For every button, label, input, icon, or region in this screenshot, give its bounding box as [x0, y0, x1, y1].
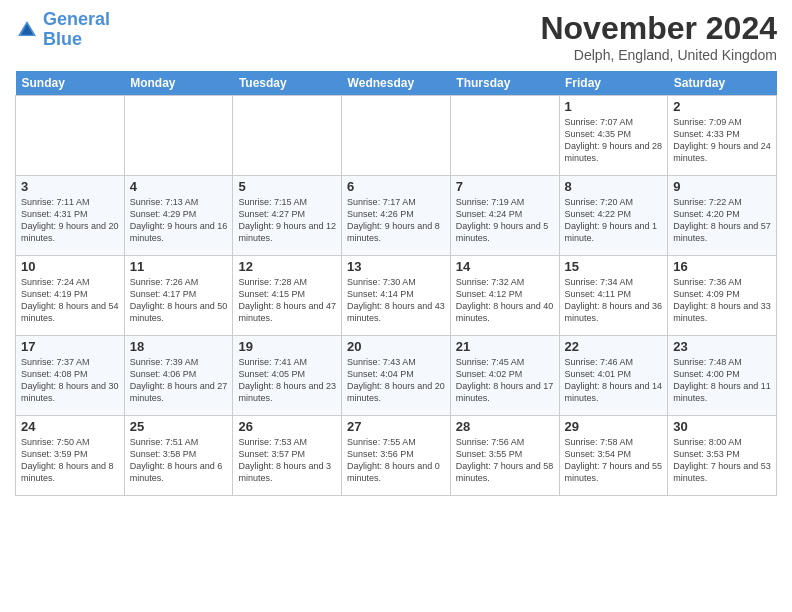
calendar-cell: 16Sunrise: 7:36 AM Sunset: 4:09 PM Dayli… — [668, 256, 777, 336]
weekday-header-wednesday: Wednesday — [342, 71, 451, 96]
calendar-table: SundayMondayTuesdayWednesdayThursdayFrid… — [15, 71, 777, 496]
day-number: 15 — [565, 259, 663, 274]
calendar-week-5: 24Sunrise: 7:50 AM Sunset: 3:59 PM Dayli… — [16, 416, 777, 496]
weekday-header-tuesday: Tuesday — [233, 71, 342, 96]
day-info: Sunrise: 7:17 AM Sunset: 4:26 PM Dayligh… — [347, 196, 445, 245]
day-info: Sunrise: 7:24 AM Sunset: 4:19 PM Dayligh… — [21, 276, 119, 325]
month-title: November 2024 — [540, 10, 777, 47]
day-info: Sunrise: 7:55 AM Sunset: 3:56 PM Dayligh… — [347, 436, 445, 485]
calendar-cell: 4Sunrise: 7:13 AM Sunset: 4:29 PM Daylig… — [124, 176, 233, 256]
day-number: 19 — [238, 339, 336, 354]
calendar-header: SundayMondayTuesdayWednesdayThursdayFrid… — [16, 71, 777, 96]
calendar-cell: 15Sunrise: 7:34 AM Sunset: 4:11 PM Dayli… — [559, 256, 668, 336]
day-info: Sunrise: 8:00 AM Sunset: 3:53 PM Dayligh… — [673, 436, 771, 485]
day-number: 12 — [238, 259, 336, 274]
calendar-week-4: 17Sunrise: 7:37 AM Sunset: 4:08 PM Dayli… — [16, 336, 777, 416]
logo: General Blue — [15, 10, 110, 50]
day-info: Sunrise: 7:22 AM Sunset: 4:20 PM Dayligh… — [673, 196, 771, 245]
day-info: Sunrise: 7:30 AM Sunset: 4:14 PM Dayligh… — [347, 276, 445, 325]
day-info: Sunrise: 7:07 AM Sunset: 4:35 PM Dayligh… — [565, 116, 663, 165]
location: Delph, England, United Kingdom — [540, 47, 777, 63]
day-info: Sunrise: 7:58 AM Sunset: 3:54 PM Dayligh… — [565, 436, 663, 485]
day-info: Sunrise: 7:43 AM Sunset: 4:04 PM Dayligh… — [347, 356, 445, 405]
calendar-cell — [233, 96, 342, 176]
day-number: 30 — [673, 419, 771, 434]
calendar-cell: 24Sunrise: 7:50 AM Sunset: 3:59 PM Dayli… — [16, 416, 125, 496]
day-number: 20 — [347, 339, 445, 354]
day-info: Sunrise: 7:53 AM Sunset: 3:57 PM Dayligh… — [238, 436, 336, 485]
logo-icon — [15, 18, 39, 42]
calendar-cell: 30Sunrise: 8:00 AM Sunset: 3:53 PM Dayli… — [668, 416, 777, 496]
day-number: 6 — [347, 179, 445, 194]
calendar-cell: 13Sunrise: 7:30 AM Sunset: 4:14 PM Dayli… — [342, 256, 451, 336]
calendar-cell: 19Sunrise: 7:41 AM Sunset: 4:05 PM Dayli… — [233, 336, 342, 416]
day-info: Sunrise: 7:11 AM Sunset: 4:31 PM Dayligh… — [21, 196, 119, 245]
day-number: 16 — [673, 259, 771, 274]
day-number: 27 — [347, 419, 445, 434]
calendar-cell: 29Sunrise: 7:58 AM Sunset: 3:54 PM Dayli… — [559, 416, 668, 496]
calendar-cell — [16, 96, 125, 176]
day-info: Sunrise: 7:37 AM Sunset: 4:08 PM Dayligh… — [21, 356, 119, 405]
day-number: 11 — [130, 259, 228, 274]
header: General Blue November 2024 Delph, Englan… — [15, 10, 777, 63]
calendar-body: 1Sunrise: 7:07 AM Sunset: 4:35 PM Daylig… — [16, 96, 777, 496]
day-number: 13 — [347, 259, 445, 274]
calendar-cell: 9Sunrise: 7:22 AM Sunset: 4:20 PM Daylig… — [668, 176, 777, 256]
day-number: 26 — [238, 419, 336, 434]
main-container: General Blue November 2024 Delph, Englan… — [0, 0, 792, 506]
day-number: 18 — [130, 339, 228, 354]
day-info: Sunrise: 7:34 AM Sunset: 4:11 PM Dayligh… — [565, 276, 663, 325]
calendar-cell: 20Sunrise: 7:43 AM Sunset: 4:04 PM Dayli… — [342, 336, 451, 416]
day-info: Sunrise: 7:56 AM Sunset: 3:55 PM Dayligh… — [456, 436, 554, 485]
day-number: 2 — [673, 99, 771, 114]
weekday-header-sunday: Sunday — [16, 71, 125, 96]
day-number: 3 — [21, 179, 119, 194]
logo-general: General — [43, 9, 110, 29]
calendar-cell: 26Sunrise: 7:53 AM Sunset: 3:57 PM Dayli… — [233, 416, 342, 496]
calendar-cell: 25Sunrise: 7:51 AM Sunset: 3:58 PM Dayli… — [124, 416, 233, 496]
day-number: 9 — [673, 179, 771, 194]
calendar-cell: 22Sunrise: 7:46 AM Sunset: 4:01 PM Dayli… — [559, 336, 668, 416]
day-number: 24 — [21, 419, 119, 434]
day-info: Sunrise: 7:45 AM Sunset: 4:02 PM Dayligh… — [456, 356, 554, 405]
weekday-header-friday: Friday — [559, 71, 668, 96]
day-number: 4 — [130, 179, 228, 194]
day-number: 22 — [565, 339, 663, 354]
title-block: November 2024 Delph, England, United Kin… — [540, 10, 777, 63]
weekday-header-row: SundayMondayTuesdayWednesdayThursdayFrid… — [16, 71, 777, 96]
day-number: 7 — [456, 179, 554, 194]
calendar-cell: 3Sunrise: 7:11 AM Sunset: 4:31 PM Daylig… — [16, 176, 125, 256]
calendar-cell: 10Sunrise: 7:24 AM Sunset: 4:19 PM Dayli… — [16, 256, 125, 336]
day-number: 8 — [565, 179, 663, 194]
calendar-cell: 27Sunrise: 7:55 AM Sunset: 3:56 PM Dayli… — [342, 416, 451, 496]
weekday-header-thursday: Thursday — [450, 71, 559, 96]
calendar-cell: 1Sunrise: 7:07 AM Sunset: 4:35 PM Daylig… — [559, 96, 668, 176]
calendar-cell: 18Sunrise: 7:39 AM Sunset: 4:06 PM Dayli… — [124, 336, 233, 416]
calendar-cell: 6Sunrise: 7:17 AM Sunset: 4:26 PM Daylig… — [342, 176, 451, 256]
day-number: 5 — [238, 179, 336, 194]
logo-blue: Blue — [43, 30, 110, 50]
day-number: 29 — [565, 419, 663, 434]
day-number: 23 — [673, 339, 771, 354]
day-info: Sunrise: 7:46 AM Sunset: 4:01 PM Dayligh… — [565, 356, 663, 405]
calendar-cell: 28Sunrise: 7:56 AM Sunset: 3:55 PM Dayli… — [450, 416, 559, 496]
calendar-cell: 17Sunrise: 7:37 AM Sunset: 4:08 PM Dayli… — [16, 336, 125, 416]
calendar-cell: 5Sunrise: 7:15 AM Sunset: 4:27 PM Daylig… — [233, 176, 342, 256]
day-number: 14 — [456, 259, 554, 274]
day-number: 1 — [565, 99, 663, 114]
calendar-cell: 2Sunrise: 7:09 AM Sunset: 4:33 PM Daylig… — [668, 96, 777, 176]
calendar-cell: 21Sunrise: 7:45 AM Sunset: 4:02 PM Dayli… — [450, 336, 559, 416]
day-info: Sunrise: 7:13 AM Sunset: 4:29 PM Dayligh… — [130, 196, 228, 245]
calendar-cell: 14Sunrise: 7:32 AM Sunset: 4:12 PM Dayli… — [450, 256, 559, 336]
calendar-cell: 12Sunrise: 7:28 AM Sunset: 4:15 PM Dayli… — [233, 256, 342, 336]
calendar-cell — [124, 96, 233, 176]
calendar-week-3: 10Sunrise: 7:24 AM Sunset: 4:19 PM Dayli… — [16, 256, 777, 336]
day-info: Sunrise: 7:51 AM Sunset: 3:58 PM Dayligh… — [130, 436, 228, 485]
day-info: Sunrise: 7:41 AM Sunset: 4:05 PM Dayligh… — [238, 356, 336, 405]
day-info: Sunrise: 7:32 AM Sunset: 4:12 PM Dayligh… — [456, 276, 554, 325]
day-info: Sunrise: 7:19 AM Sunset: 4:24 PM Dayligh… — [456, 196, 554, 245]
weekday-header-saturday: Saturday — [668, 71, 777, 96]
calendar-cell: 8Sunrise: 7:20 AM Sunset: 4:22 PM Daylig… — [559, 176, 668, 256]
day-info: Sunrise: 7:15 AM Sunset: 4:27 PM Dayligh… — [238, 196, 336, 245]
day-info: Sunrise: 7:28 AM Sunset: 4:15 PM Dayligh… — [238, 276, 336, 325]
